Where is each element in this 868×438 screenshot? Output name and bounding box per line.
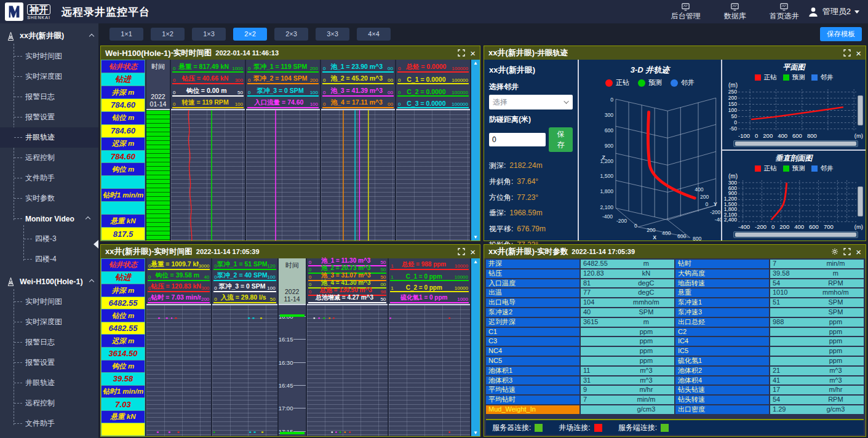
curve-header: 0 C_1 = 0.0000 100000	[397, 73, 469, 85]
sidebar-item[interactable]: 文件助手	[0, 168, 98, 188]
curve-max: 300	[235, 78, 243, 83]
neighbor-select[interactable]: 选择	[489, 95, 573, 110]
sidebar-well1-header[interactable]: xx井(新井眼)	[0, 23, 98, 46]
track-2-plot[interactable]	[212, 304, 277, 436]
track-1-plot[interactable]	[171, 109, 245, 241]
sidebar-item[interactable]: 实时深度图	[0, 312, 98, 332]
curve-max: 10000	[455, 285, 468, 291]
sidebar-subitem[interactable]: 四楼-3	[0, 229, 98, 249]
close-icon[interactable]: ×	[856, 247, 861, 257]
collision-distance-input[interactable]	[489, 133, 546, 146]
curve-max: 100	[267, 274, 275, 280]
track-4-plot[interactable]	[396, 109, 470, 241]
curve-label: 钻压 = 120.83 kN	[151, 282, 201, 291]
scroll-down-icon[interactable]: ▼	[473, 234, 478, 240]
section-vertical-scrollbar[interactable]	[858, 180, 863, 223]
param-unit: ppm	[808, 328, 864, 336]
curve-header: 0 池_2 = 45.20 m^3 00	[322, 73, 394, 85]
scroll-down-icon[interactable]: ▼	[473, 430, 478, 436]
sidebar-item[interactable]: Monitor Video	[0, 209, 98, 229]
param-value-cell: 6482.55 m	[581, 260, 674, 268]
layout-button[interactable]: 2×3	[274, 28, 308, 41]
legend-item: 正钻	[755, 164, 777, 173]
scroll-up-icon[interactable]: ▲	[473, 60, 478, 66]
sidebar-item[interactable]: 报警设置	[0, 107, 98, 127]
y-tick: 150	[728, 102, 737, 107]
plan-horizontal-scrollbar[interactable]	[733, 140, 858, 147]
legend-label: 邻井	[681, 78, 695, 87]
param-value-cell: 51 SPM	[770, 298, 864, 307]
value-cell: 钻井状态 钻进	[102, 259, 145, 284]
header-nav-item[interactable]: 首页选井	[770, 2, 799, 20]
curve-header: 0 转速 = 119 RPM 100	[172, 97, 244, 109]
track-1-plot[interactable]	[146, 304, 211, 436]
layout-button[interactable]: 1×1	[109, 28, 143, 41]
layout-button[interactable]: 1×3	[192, 28, 226, 41]
panel-title-bar: xx井(新井眼) -井眼轨迹 ×	[484, 46, 866, 60]
track-3-plot[interactable]	[321, 109, 395, 241]
value-label: 钻位 m	[102, 309, 145, 322]
layout-button[interactable]: 2×2	[233, 28, 267, 41]
sidebar-item-label: 实时时间图	[25, 51, 62, 62]
y-tick: 2,400	[724, 217, 737, 223]
user-menu[interactable]: 管理员2	[808, 6, 859, 17]
sidebar-subitem[interactable]: 四楼-4	[0, 249, 98, 269]
sidebar-item[interactable]: 报警设置	[0, 352, 98, 373]
close-icon[interactable]: ×	[470, 49, 476, 58]
sidebar-well2-header[interactable]: Wei-H100(Hole-1)	[0, 269, 98, 292]
curve-label: 硫化氢1 = 0 ppm	[391, 293, 457, 302]
sidebar-item[interactable]: 报警日志	[0, 87, 98, 107]
vertical-section-chart[interactable]: 垂直剖面图 正钻 预测	[722, 149, 866, 241]
curve-label: 入口流量 = 74.60	[248, 98, 310, 107]
param-value-cell: 9 m/hr	[581, 386, 674, 394]
close-icon[interactable]: ×	[470, 247, 476, 257]
scroll-up-icon[interactable]: ▲	[473, 259, 478, 265]
plan-view-chart[interactable]: 平面图 正钻 预测	[722, 60, 866, 149]
sidebar-item[interactable]: 报警日志	[0, 332, 98, 352]
panel-scrollbar[interactable]: ▲▼	[471, 258, 480, 436]
sidebar-collapse-handle[interactable]	[94, 240, 98, 249]
sidebar-item[interactable]: 文件助手	[0, 413, 98, 434]
trajectory-3d-chart[interactable]: 3-D 井轨迹 正钻 预测 邻井	[578, 60, 722, 241]
curve-header: 0 泵冲_2 = 40 SPM 100	[213, 270, 276, 281]
sidebar-item[interactable]: 实时时间图	[0, 292, 98, 312]
track-2-plot[interactable]	[246, 109, 320, 241]
expand-icon[interactable]	[843, 49, 851, 57]
save-template-button[interactable]: 保存模板	[820, 27, 862, 41]
layout-button[interactable]: 1×2	[151, 28, 185, 41]
tree-connector	[14, 403, 22, 404]
brand-block: 神开 SHENKAI	[27, 4, 50, 20]
sidebar-item[interactable]: 远程控制	[0, 393, 98, 413]
curve-label: 悬重 = 817.49 kN	[175, 63, 232, 71]
trajectory-stat: 测深: 2182.24m	[489, 158, 573, 174]
expand-icon[interactable]	[458, 248, 465, 255]
sidebar-item[interactable]: 实时参数	[0, 188, 98, 209]
sidebar-item[interactable]: 实时时间图	[0, 46, 98, 66]
track-4-plot[interactable]	[389, 304, 470, 436]
save-distance-button[interactable]: 保存	[549, 127, 573, 152]
svg-text:-400: -400	[715, 217, 721, 223]
sidebar-item[interactable]: 远程控制	[0, 148, 98, 168]
header-nav-item[interactable]: 数据库	[724, 2, 746, 20]
layout-button[interactable]: 4×4	[357, 28, 391, 41]
curve-label: 池_1 = 23.90 m^3	[325, 63, 388, 71]
panel-scrollbar[interactable]: ▲▼	[471, 60, 480, 241]
stat-label: 测深:	[489, 158, 506, 174]
x-axis-unit: (m)	[854, 132, 863, 139]
sidebar-item[interactable]: 井眼轨迹	[0, 373, 98, 393]
expand-icon[interactable]	[843, 248, 851, 255]
header-nav-item[interactable]: 后台管理	[671, 2, 701, 20]
sidebar-item[interactable]: 井眼轨迹	[0, 127, 98, 148]
section-horizontal-scrollbar[interactable]	[733, 231, 858, 238]
expand-icon[interactable]	[458, 49, 465, 57]
track-3-plot[interactable]	[307, 304, 388, 436]
plan-vertical-scrollbar[interactable]	[858, 89, 863, 132]
layout-button[interactable]: 3×3	[316, 28, 349, 41]
close-icon[interactable]: ×	[856, 49, 861, 58]
value-label: 钻位 m	[102, 112, 145, 124]
curve-max: 100000	[452, 78, 468, 83]
legend-item: 正钻	[755, 73, 777, 82]
gear-icon[interactable]	[831, 248, 838, 255]
sidebar-item[interactable]: 实时深度图	[0, 66, 98, 87]
curve-max: 00	[388, 78, 393, 83]
